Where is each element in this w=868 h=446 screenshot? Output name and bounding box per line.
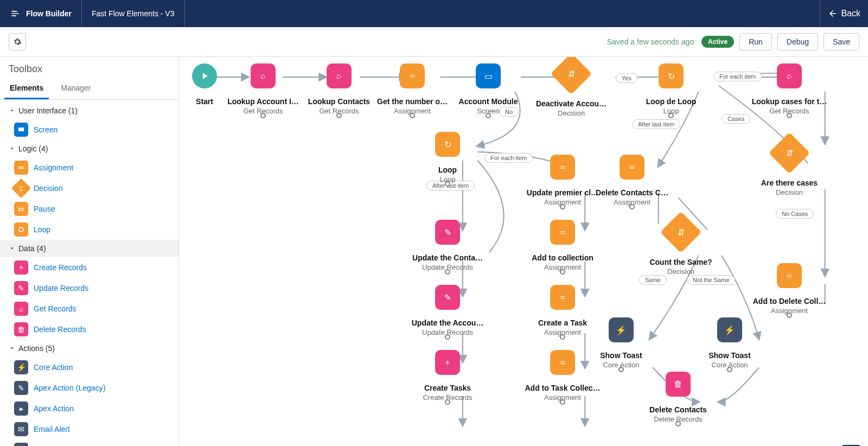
loop-icon: ↻ — [435, 132, 460, 157]
node-title: Delete Contacts C… — [596, 188, 668, 197]
decision-icon — [11, 179, 31, 199]
node-show-toast-2[interactable]: ⚡ Show Toast Core Action — [689, 317, 770, 369]
pill-no-cases: No Cases — [776, 209, 814, 219]
assignment-icon — [14, 161, 28, 175]
node-get-number[interactable]: ＝ Get the number o… Assignment — [372, 63, 453, 115]
node-loop-de-loop[interactable]: ↻ Loop de Loop Loop — [630, 63, 712, 115]
sidebar-item-loop[interactable]: Loop — [0, 219, 178, 240]
sidebar-item-label: Delete Records — [34, 325, 86, 334]
node-title: Add to Task Collec… — [525, 384, 601, 392]
node-title: Delete Contacts — [649, 405, 707, 414]
decision-icon: ⇵ — [551, 57, 592, 94]
sidebar-item-label: Email Alert — [34, 425, 70, 434]
group-logic[interactable]: Logic (4) — [0, 140, 178, 157]
node-lookup-account[interactable]: ⌕ Lookup Account I… Get Records — [222, 63, 304, 115]
flow-canvas[interactable]: Yes No For each item For each item After… — [179, 57, 868, 446]
assignment-icon: ＝ — [620, 155, 644, 180]
tab-manager[interactable]: Manager — [55, 78, 96, 99]
pill-same: Same — [639, 275, 667, 285]
sidebar-item-screen[interactable]: Screen — [0, 119, 178, 140]
sidebar-body: User Interface (1) Screen Logic (4) Assi… — [0, 100, 178, 446]
node-count-same[interactable]: ⇵ Count the Same? Decision — [640, 218, 722, 276]
flow-builder-logo-icon — [10, 8, 21, 19]
saved-status: Saved a few seconds ago — [607, 37, 694, 46]
assignment-icon: ＝ — [777, 263, 802, 288]
sidebar-item-decision[interactable]: Decision — [0, 178, 178, 199]
sidebar-item-get-records[interactable]: ⌕ Get Records — [0, 298, 178, 319]
gear-button[interactable] — [9, 33, 26, 50]
sidebar-item-label: Screen — [34, 125, 58, 134]
get-records-icon: ⌕ — [251, 63, 276, 88]
sidebar-item-update-records[interactable]: ✎ Update Records — [0, 278, 178, 298]
node-lookup-cases[interactable]: ⌕ Lookup cases for t… Get Records — [749, 63, 830, 115]
node-title: Show Toast — [600, 351, 642, 360]
sidebar-item-core-action[interactable]: ⚡ Core Action — [0, 357, 178, 378]
sidebar-item-create-records[interactable]: ＋ Create Records — [0, 257, 178, 278]
node-title: Get the number o… — [377, 97, 448, 106]
node-add-delete-coll[interactable]: ＝ Add to Delete Coll… Assignment — [749, 263, 830, 315]
node-delete-contacts-c[interactable]: ＝ Delete Contacts C… Assignment — [591, 155, 673, 206]
update-records-icon: ✎ — [435, 285, 460, 310]
top-bar: Flow Builder Fast Flow Elements - V3 Bac… — [0, 0, 868, 27]
node-title: Lookup cases for t… — [752, 97, 827, 106]
brand-cell[interactable]: Flow Builder — [0, 0, 82, 27]
sidebar-item-subflow[interactable]: ≋ Subflow — [0, 439, 178, 446]
get-records-icon: ⌕ — [777, 63, 802, 88]
assignment-icon: ＝ — [550, 220, 575, 245]
node-title: Count the Same? — [649, 258, 712, 266]
loop-icon — [14, 222, 28, 237]
sidebar-item-delete-records[interactable]: 🗑 Delete Records — [0, 319, 178, 340]
sidebar-item-assignment[interactable]: Assignment — [0, 157, 178, 178]
group-data[interactable]: Data (4) — [0, 240, 178, 257]
node-title: Show Toast — [709, 351, 751, 360]
group-label-data: Data (4) — [18, 244, 46, 253]
chevron-down-icon — [9, 245, 15, 252]
sidebar-item-label: Pause — [34, 205, 55, 213]
node-account-module[interactable]: ▭ Account Module Screen — [448, 63, 529, 115]
apex-action-icon: ▸ — [14, 402, 28, 416]
back-button[interactable]: Back — [820, 0, 868, 27]
create-records-icon: ＋ — [14, 260, 28, 275]
decision-icon: ⇵ — [660, 212, 701, 253]
debug-button[interactable]: Debug — [777, 33, 818, 50]
node-title: Deactivate Accou… — [536, 99, 607, 108]
sidebar-item-label: Apex Action — [34, 404, 74, 413]
decision-icon: ⇵ — [769, 132, 810, 174]
delete-records-icon: 🗑 — [666, 372, 691, 397]
node-are-there-cases[interactable]: ⇵ Are there cases Decision — [749, 138, 830, 196]
arrow-left-icon — [828, 9, 838, 18]
sidebar-item-apex-action[interactable]: ▸ Apex Action — [0, 398, 178, 419]
brand-label: Flow Builder — [26, 9, 72, 18]
tab-elements[interactable]: Elements — [4, 78, 49, 99]
group-label-ui: User Interface (1) — [18, 106, 78, 115]
node-add-collection[interactable]: ＝ Add to collection Assignment — [522, 220, 603, 271]
node-add-task-collec[interactable]: ＝ Add to Task Collec… Assignment — [522, 350, 603, 402]
run-button[interactable]: Run — [739, 33, 772, 50]
sidebar-item-apex-legacy[interactable]: ✎ Apex Action (Legacy) — [0, 378, 178, 398]
node-deactivate[interactable]: ⇵ Deactivate Accou… Decision — [531, 59, 612, 117]
node-lookup-contacts[interactable]: ⌕ Lookup Contacts Get Records — [298, 63, 380, 115]
node-delete-contacts[interactable]: 🗑 Delete Contacts Delete Records — [637, 372, 719, 423]
flow-name[interactable]: Fast Flow Elements - V3 — [82, 0, 185, 27]
node-update-accou[interactable]: ✎ Update the Accou… Update Records — [407, 285, 488, 336]
core-action-icon: ⚡ — [14, 360, 28, 374]
group-actions[interactable]: Actions (5) — [0, 340, 178, 357]
sidebar-item-pause[interactable]: zz Pause — [0, 199, 178, 219]
sidebar-item-label: Core Action — [34, 363, 73, 372]
node-title: Create Tasks — [424, 384, 471, 392]
sidebar-item-email-alert[interactable]: ✉ Email Alert — [0, 419, 178, 439]
gear-icon — [13, 37, 22, 46]
node-create-tasks[interactable]: ＋ Create Tasks Create Records — [407, 350, 488, 402]
node-title: Update premier cl… — [527, 188, 598, 197]
save-button[interactable]: Save — [824, 33, 859, 50]
group-label-actions: Actions (5) — [18, 344, 55, 353]
pill-after-last-1: After last item — [632, 119, 680, 129]
chevron-down-icon — [9, 145, 15, 152]
apex-legacy-icon: ✎ — [14, 381, 28, 395]
node-title: Update the Accou… — [412, 318, 484, 327]
node-update-conta[interactable]: ✎ Update the Conta… Update Records — [407, 220, 488, 271]
node-loop[interactable]: ↻ Loop Loop — [407, 132, 488, 183]
start-icon — [192, 63, 217, 88]
node-title: Add to collection — [532, 253, 593, 262]
group-user-interface[interactable]: User Interface (1) — [0, 102, 178, 119]
